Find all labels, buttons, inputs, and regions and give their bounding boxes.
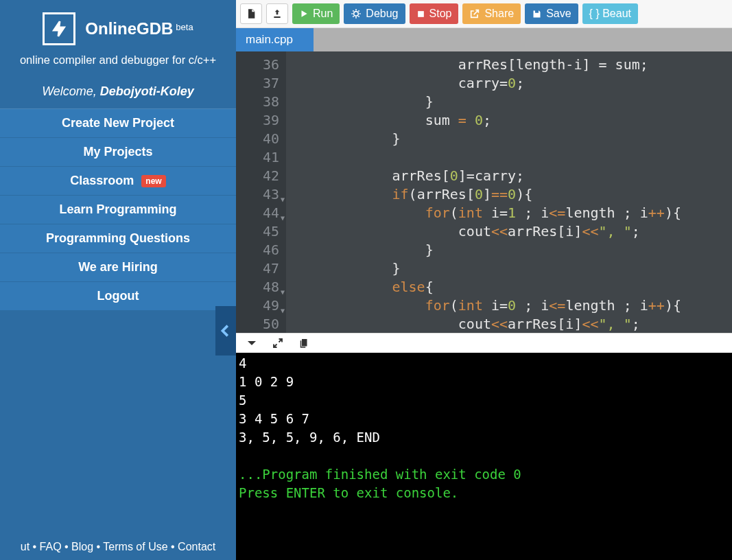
nav-learn[interactable]: Learn Programming [0,196,236,224]
new-badge: new [141,175,165,187]
file-tab-bar: main.cpp [236,28,732,51]
terminal-controls [236,333,732,353]
welcome-prefix: Welcome, [42,84,100,98]
brand-name: OnlineGDB [85,19,173,38]
run-label: Run [313,8,333,20]
share-label: Share [484,8,514,20]
terminal-output[interactable]: 41 0 2 953 4 5 6 73, 5, 5, 9, 6, END ...… [236,353,732,560]
stop-button[interactable]: Stop [410,3,459,24]
expand-terminal-icon[interactable] [272,337,284,349]
nav-create-project[interactable]: Create New Project [0,109,236,138]
tagline: online compiler and debugger for c/c++ [7,54,229,67]
nav: Create New Project My Projects Classroom… [0,109,236,311]
logo-area: OnlineGDBbeta online compiler and debugg… [0,0,236,72]
file-tab-main[interactable]: main.cpp [236,28,314,51]
collapse-sidebar-button[interactable] [215,306,236,355]
nav-hiring[interactable]: We are Hiring [0,253,236,282]
sidebar: OnlineGDBbeta online compiler and debugg… [0,0,236,560]
footer-links[interactable]: ut • FAQ • Blog • Terms of Use • Contact [0,534,236,560]
collapse-terminal-icon[interactable] [246,337,258,349]
line-gutter: 3637383940414243▼44▼45464748▼49▼50 [236,51,286,333]
save-label: Save [546,8,571,20]
code-content[interactable]: arrRes[length-i] = sum; carry=0; } sum =… [286,51,732,333]
copy-terminal-icon[interactable] [298,337,310,349]
main-area: Run Debug Stop Share Save { } Beaut main… [236,0,732,560]
stop-label: Stop [429,8,452,20]
run-button[interactable]: Run [292,3,340,24]
nav-logout[interactable]: Logout [0,282,236,311]
code-editor[interactable]: 3637383940414243▼44▼45464748▼49▼50 arrRe… [236,51,732,333]
nav-classroom[interactable]: Classroom new [0,167,236,196]
share-button[interactable]: Share [462,3,521,24]
beautify-button[interactable]: { } Beaut [582,3,638,24]
new-file-button[interactable] [240,3,262,24]
nav-classroom-label: Classroom [70,174,134,187]
svg-rect-1 [418,11,424,17]
save-button[interactable]: Save [525,3,578,24]
nav-questions[interactable]: Programming Questions [0,224,236,253]
svg-point-0 [354,12,359,16]
debug-label: Debug [366,8,398,20]
footer-text[interactable]: ut • FAQ • Blog • Terms of Use • Contact [21,541,215,552]
welcome-user: Debojyoti-Koley [100,84,194,98]
brand-beta: beta [176,22,193,32]
debug-button[interactable]: Debug [344,3,405,24]
welcome-text: Welcome, Debojyoti-Koley [0,72,236,109]
beautify-label: { } Beaut [589,8,631,20]
nav-my-projects[interactable]: My Projects [0,138,236,167]
upload-button[interactable] [266,3,288,24]
toolbar: Run Debug Stop Share Save { } Beaut [236,0,732,28]
logo-icon [43,12,75,45]
